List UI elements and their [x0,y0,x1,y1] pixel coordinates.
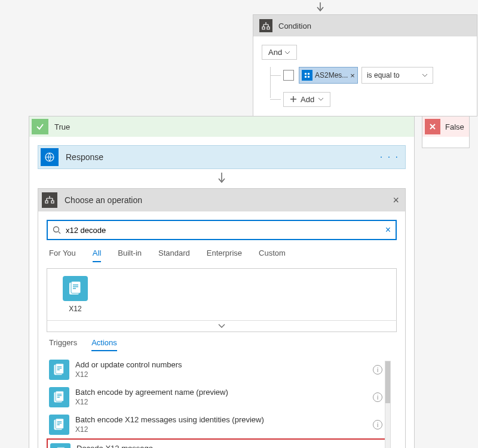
response-action-bar[interactable]: Response · · · [38,145,406,169]
operation-icon [42,192,57,208]
false-branch-card: False [422,116,470,148]
condition-row: AS2Mes... × is equal to [270,67,468,84]
info-icon[interactable]: i [373,365,382,375]
svg-rect-2 [305,76,307,78]
condition-body: And AS2Mes... × is equal to [253,36,477,116]
chevron-down-icon [218,324,225,329]
sub-tabs: TriggersActions [49,338,397,351]
svg-rect-1 [308,73,310,75]
as2-icon [302,70,312,81]
svg-rect-3 [308,76,310,78]
info-icon[interactable]: i [373,392,382,402]
action-subtitle: X12 [75,370,367,380]
subtab-triggers[interactable]: Triggers [49,338,77,351]
chevron-down-icon [422,73,428,77]
x12-action-icon [50,443,71,448]
condition-header[interactable]: Condition [253,15,477,36]
filter-tab-enterprise[interactable]: Enterprise [207,248,242,262]
svg-point-5 [54,227,59,232]
expand-connectors-button[interactable] [47,320,397,332]
condition-card: Condition And AS2Mes... × [253,14,477,116]
action-title: Batch encode by agreement name (preview) [75,388,367,398]
x12-action-icon [49,415,69,435]
response-title: Response [66,152,369,162]
value-token[interactable]: AS2Mes... × [299,67,358,84]
subtab-actions[interactable]: Actions [91,338,117,351]
action-subtitle: X12 [75,425,367,435]
plus-icon [290,96,297,103]
condition-title: Condition [278,22,311,30]
action-title: Batch encode X12 messages using identiti… [75,415,367,425]
svg-rect-13 [56,419,64,429]
globe-icon [41,148,59,166]
svg-rect-0 [305,73,307,75]
connector-name: X12 [54,305,96,313]
response-menu-button[interactable]: · · · [376,152,403,162]
svg-rect-9 [56,364,64,374]
picker-title: Choose an operation [65,195,383,205]
true-branch-card: True Response · · · Choose an ope [29,116,415,448]
false-label: False [445,122,464,131]
x-icon [425,119,440,134]
filter-tab-built-in[interactable]: Built-in [118,248,142,262]
scrollbar[interactable] [385,361,391,448]
action-subtitle: X12 [75,398,367,407]
x12-action-icon [49,360,69,380]
filter-tab-for-you[interactable]: For You [49,248,76,262]
x12-connector-icon [63,276,88,301]
search-box[interactable]: × [47,220,397,240]
search-input[interactable] [66,226,381,235]
action-title: Decode X12 message [76,444,366,448]
filter-tab-all[interactable]: All [93,248,101,262]
clear-search-button[interactable]: × [385,225,391,235]
add-row-button[interactable]: Add [283,92,330,107]
svg-rect-7 [71,281,81,293]
action-row[interactable]: Batch encode by agreement name (preview)… [47,383,390,411]
logic-operator-select[interactable]: And [262,45,297,60]
true-label: True [54,122,70,131]
filter-tab-custom[interactable]: Custom [259,248,286,262]
check-icon [32,119,48,134]
filter-tabs: For YouAllBuilt-inStandardEnterpriseCust… [47,248,397,262]
chevron-down-icon [318,97,324,101]
action-list: Add or update control numbersX12iBatch e… [47,356,397,448]
operation-picker-header: Choose an operation × [38,189,405,211]
operation-picker: Choose an operation × × For YouAllBuilt-… [38,188,406,448]
close-button[interactable]: × [390,194,402,207]
false-branch-header[interactable]: False [422,116,469,137]
connector-results: X12 [47,268,397,320]
svg-rect-11 [56,391,64,401]
token-remove[interactable]: × [350,71,355,80]
search-icon [53,226,61,234]
true-branch-header[interactable]: True [29,116,414,137]
condition-icon [259,19,272,32]
filter-tab-standard[interactable]: Standard [158,248,190,262]
action-row[interactable]: Decode X12 messageX12i [47,438,390,448]
x12-action-icon [49,387,69,407]
scrollbar-thumb[interactable] [385,361,390,403]
action-row[interactable]: Batch encode X12 messages using identiti… [47,411,390,438]
add-condition-row: Add [270,91,468,108]
operator-select[interactable]: is equal to [361,67,433,84]
info-icon[interactable]: i [373,420,382,429]
action-row[interactable]: Add or update control numbersX12i [47,356,390,383]
action-title: Add or update control numbers [75,360,367,370]
row-checkbox[interactable] [283,70,294,81]
flow-arrow-top [315,2,325,13]
flow-arrow-mid [38,173,406,185]
chevron-down-icon [284,51,290,54]
connector-x12[interactable]: X12 [54,276,96,313]
